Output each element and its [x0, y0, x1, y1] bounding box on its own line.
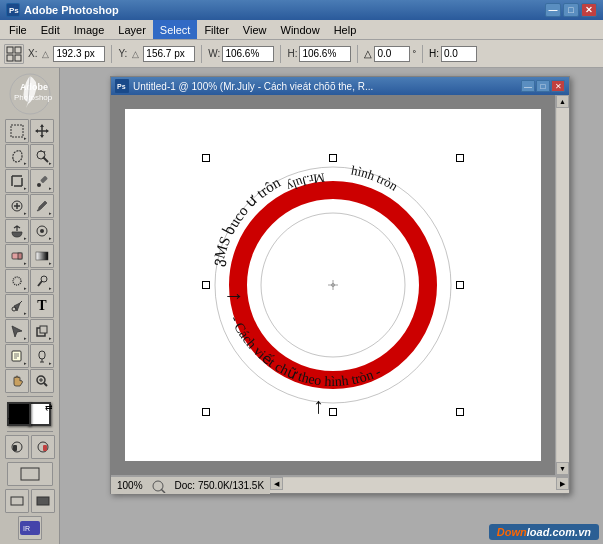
doc-info: Doc: 750.0K/131.5K: [175, 480, 265, 491]
history-tool[interactable]: ▸: [30, 219, 54, 243]
tool-row-8: ▸ T: [5, 294, 54, 318]
sep3: [280, 45, 281, 63]
watermark: Download.com.vn: [489, 524, 599, 540]
svg-point-31: [40, 229, 44, 233]
w-field: W:: [208, 46, 274, 62]
toolbox: Adobe Photoshop ▸: [0, 68, 60, 544]
menu-view[interactable]: View: [236, 20, 274, 39]
pen-tool[interactable]: ▸: [5, 294, 29, 318]
close-button[interactable]: ✕: [581, 3, 597, 17]
edit-in-imageready[interactable]: IR: [18, 516, 42, 540]
h-field: H:: [287, 46, 351, 62]
svg-rect-55: [43, 445, 47, 451]
skew-input[interactable]: [441, 46, 477, 62]
watermark-prefix: Down: [497, 526, 527, 538]
menu-edit[interactable]: Edit: [34, 20, 67, 39]
doc-close[interactable]: ✕: [551, 80, 565, 92]
scroll-left-arrow[interactable]: ◀: [270, 477, 283, 490]
app-title: Adobe Photoshop: [24, 4, 545, 16]
clone-tool[interactable]: ▸: [5, 219, 29, 243]
zoom-tool[interactable]: [30, 369, 54, 393]
bottom-row-2: [7, 462, 53, 486]
screen-row-b[interactable]: [31, 489, 55, 513]
window-controls[interactable]: — □ ✕: [545, 3, 597, 17]
x-input[interactable]: [53, 46, 105, 62]
reset-colors[interactable]: ↰: [7, 416, 14, 425]
magic-wand-tool[interactable]: ▸: [30, 144, 54, 168]
screen-row-a[interactable]: [5, 489, 29, 513]
shape-tool[interactable]: ▸: [30, 319, 54, 343]
marquee-tool[interactable]: ▸: [5, 119, 29, 143]
path-select-tool[interactable]: ▸: [5, 319, 29, 343]
quick-mask-off[interactable]: [5, 435, 29, 459]
scroll-up-arrow[interactable]: ▲: [556, 95, 569, 108]
lasso-tool[interactable]: ▸: [5, 144, 29, 168]
sep2: [201, 45, 202, 63]
menu-help[interactable]: Help: [327, 20, 364, 39]
y-input[interactable]: [143, 46, 195, 62]
x-label: X:: [28, 48, 37, 59]
h-input[interactable]: [299, 46, 351, 62]
circular-text-svg: ვMS ხuco ư trôn - Cách viết chữ theo hìn…: [203, 155, 463, 415]
svg-line-37: [38, 281, 42, 286]
skew-field: H:: [429, 46, 477, 62]
skew-label: H:: [429, 48, 439, 59]
dodge-tool[interactable]: ▸: [30, 269, 54, 293]
options-bar: X: △ Y: △ W: H: △ ° H:: [0, 40, 603, 68]
svg-rect-4: [7, 55, 13, 61]
menu-file[interactable]: File: [2, 20, 34, 39]
svg-marker-13: [40, 124, 44, 127]
eraser-tool[interactable]: ▸: [5, 244, 29, 268]
screen-mode-standard[interactable]: [7, 462, 53, 486]
svg-rect-58: [37, 497, 49, 505]
tool-row-4: ▸ ▸: [5, 194, 54, 218]
svg-point-18: [37, 151, 45, 159]
scroll-track-v[interactable]: [557, 108, 569, 462]
crop-tool[interactable]: ▸: [5, 169, 29, 193]
svg-text:Ps: Ps: [117, 83, 126, 90]
doc-status-bar: 100% Doc: 750.0K/131.5K: [111, 476, 270, 494]
doc-controls[interactable]: — □ ✕: [521, 80, 565, 92]
eyedropper-tool[interactable]: ▸: [30, 169, 54, 193]
w-input[interactable]: [222, 46, 274, 62]
svg-line-49: [44, 383, 47, 386]
svg-marker-14: [40, 135, 44, 138]
svg-rect-2: [7, 47, 13, 53]
heal-tool[interactable]: ▸: [5, 194, 29, 218]
move-tool[interactable]: [30, 119, 54, 143]
menu-window[interactable]: Window: [274, 20, 327, 39]
minimize-button[interactable]: —: [545, 3, 561, 17]
menu-filter[interactable]: Filter: [197, 20, 235, 39]
quick-mask-on[interactable]: [31, 435, 55, 459]
doc-bottom: 100% Doc: 750.0K/131.5K ◀ ▶: [111, 475, 569, 493]
tool-row-11: [5, 369, 54, 393]
audio-tool[interactable]: ▸: [30, 344, 54, 368]
maximize-button[interactable]: □: [563, 3, 579, 17]
doc-maximize[interactable]: □: [536, 80, 550, 92]
sep4: [357, 45, 358, 63]
scroll-down-arrow[interactable]: ▼: [556, 462, 569, 475]
y-triangle: △: [129, 48, 141, 60]
sep5: [422, 45, 423, 63]
doc-canvas[interactable]: ვMS ხuco ư trôn - Cách viết chữ theo hìn…: [111, 95, 555, 475]
svg-text:Ps: Ps: [9, 6, 19, 15]
gradient-tool[interactable]: ▸: [30, 244, 54, 268]
menu-layer[interactable]: Layer: [111, 20, 153, 39]
brush-tool[interactable]: ▸: [30, 194, 54, 218]
bottom-row-3: [5, 489, 55, 513]
menu-image[interactable]: Image: [67, 20, 112, 39]
svg-rect-10: [11, 125, 23, 137]
angle-input[interactable]: [374, 46, 410, 62]
svg-rect-34: [36, 252, 48, 260]
swap-colors[interactable]: ⇄: [45, 402, 53, 412]
type-tool[interactable]: T: [30, 294, 54, 318]
scroll-track-h[interactable]: [283, 478, 556, 490]
hand-tool[interactable]: [5, 369, 29, 393]
notes-tool[interactable]: ▸: [5, 344, 29, 368]
scroll-right-arrow[interactable]: ▶: [556, 477, 569, 490]
transform-option-btn[interactable]: [4, 44, 24, 64]
menu-select[interactable]: Select: [153, 20, 198, 39]
blur-tool[interactable]: ▸: [5, 269, 29, 293]
main-area: Adobe Photoshop ▸: [0, 68, 603, 544]
doc-minimize[interactable]: —: [521, 80, 535, 92]
